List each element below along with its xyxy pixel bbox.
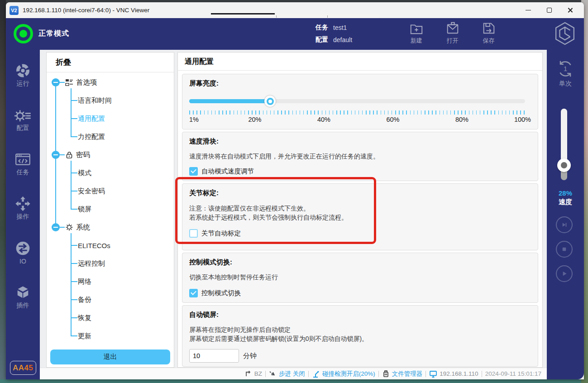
collapse-node-icon[interactable] <box>52 78 60 86</box>
joint-calibration-note2: 若系统处于远程模式，则关节会强制执行自动标定流程。 <box>189 213 531 222</box>
single-cycle-icon: 1 <box>555 59 575 79</box>
window-title: 192.168.1.110 (intel-corei7-64:0) - VNC … <box>23 7 149 14</box>
tree-item-restore[interactable]: 恢复 <box>47 309 174 327</box>
sidebar-label-operate: 操作 <box>17 213 29 221</box>
speed-percent-value: 28% <box>547 189 584 197</box>
save-button[interactable]: 保存 <box>477 21 501 45</box>
new-task-label: 新建 <box>411 37 422 45</box>
bz-icon <box>245 370 252 378</box>
tree-item-general-config[interactable]: 通用配置 <box>47 110 174 128</box>
sidebar-item-task[interactable]: 任务 <box>14 151 31 177</box>
tree-item-language-time[interactable]: 语言和时间 <box>47 91 174 110</box>
speed-slider-track <box>561 109 567 165</box>
mode-status-icon <box>14 24 33 43</box>
auto-lock-desc1: 屏幕将在指定时间无操作后自动锁定 <box>189 325 531 334</box>
general-config-panel: 通用配置 屏幕亮度: 1% 20% 40% 60% 80% 100% <box>177 52 543 368</box>
control-mode-checkbox-row[interactable]: 控制模式切换 <box>189 289 531 297</box>
vnc-toolbar-notch[interactable] <box>210 14 379 18</box>
speed-label: 速度 <box>547 198 584 206</box>
step-forward-button[interactable] <box>556 216 573 233</box>
robot-model-badge[interactable]: AA45 <box>10 361 36 375</box>
tree-item-network[interactable]: 网络 <box>47 273 174 291</box>
tree-item-lock-screen[interactable]: 锁屏 <box>47 200 174 218</box>
sidebar-label-plugin: 插件 <box>17 302 29 310</box>
joint-auto-calibration-checkbox-row[interactable]: 关节自动标定 <box>189 229 531 238</box>
bz-status[interactable]: BZ <box>245 370 262 378</box>
speed-slider-title: 速度滑块: <box>189 137 531 146</box>
speed-slider-desc: 速度滑块将在自动模式下启用，并允许更改正在运行的任务的速度。 <box>189 152 531 161</box>
config-row: 配置 default <box>316 34 352 46</box>
status-bar: BZ 步进 关闭 碰撞检测开启(20%) 文件管理器 <box>40 368 547 379</box>
tree-item-safety-password[interactable]: 安全密码 <box>47 182 174 200</box>
control-mode-checkbox[interactable] <box>189 289 198 297</box>
new-task-button[interactable]: 新建 <box>404 21 428 45</box>
open-task-button[interactable]: 打开 <box>440 21 464 45</box>
file-manager-icon <box>382 370 390 378</box>
tree-item-backup[interactable]: 备份 <box>47 291 174 309</box>
task-value: test1 <box>333 24 347 31</box>
joint-calibration-note1: 注意：该使能配置仅在非远程模式下生效。 <box>189 204 531 213</box>
play-button[interactable] <box>556 265 573 282</box>
joint-calibration-title: 关节标定: <box>189 189 531 197</box>
new-folder-icon <box>409 21 424 35</box>
stop-button[interactable] <box>556 241 573 258</box>
sidebar-item-config[interactable]: 配置 <box>14 107 31 132</box>
vnc-toolbar-handle <box>211 13 275 14</box>
single-run-button[interactable]: 1 单次 <box>547 59 584 88</box>
brightness-ticks <box>189 110 531 115</box>
joint-auto-calibration-checkbox[interactable] <box>189 229 198 238</box>
collapse-node-icon[interactable] <box>52 223 60 231</box>
lock-minutes-input[interactable] <box>189 349 239 363</box>
minimize-button[interactable] <box>518 2 539 18</box>
maximize-button[interactable] <box>539 2 559 18</box>
tree-item-force-config[interactable]: 力控配置 <box>47 128 174 146</box>
maximize-icon <box>547 8 552 13</box>
auto-mode-speed-checkbox-row[interactable]: 自动模式速度调节 <box>189 167 531 176</box>
system-gear-icon <box>65 223 73 231</box>
exit-button[interactable]: 退出 <box>50 349 170 364</box>
brightness-slider[interactable] <box>189 96 531 106</box>
tree-collapse-header[interactable]: 折叠 <box>47 53 174 72</box>
brightness-thumb[interactable] <box>264 96 276 107</box>
collision-detection-status[interactable]: 碰撞检测开启(20%) <box>312 370 375 378</box>
file-manager-button[interactable]: 文件管理器 <box>382 370 423 378</box>
collision-detection-icon <box>312 370 320 378</box>
desktop-edge-bottom <box>0 379 588 383</box>
play-icon <box>560 270 568 278</box>
close-icon <box>567 7 573 13</box>
vnc-viewer-window: V2 192.168.1.110 (intel-corei7-64:0) - V… <box>6 2 584 379</box>
auto-lock-title: 自动锁屏: <box>189 311 531 319</box>
sidebar-item-run[interactable]: 运行 <box>14 62 31 88</box>
collapse-node-icon[interactable] <box>52 151 60 159</box>
lock-icon <box>65 151 73 159</box>
tree-node-password[interactable]: 密码 <box>47 146 174 164</box>
control-mode-checkbox-label: 控制模式切换 <box>201 289 241 297</box>
brightness-track[interactable] <box>189 99 525 103</box>
sidebar-item-io[interactable]: IO <box>14 240 31 265</box>
network-status[interactable]: 192.168.1.110 <box>429 370 478 378</box>
tree-node-system[interactable]: 系统 <box>47 218 174 236</box>
speed-slider-thumb[interactable] <box>557 158 571 172</box>
tree-node-preferences[interactable]: 首选项 <box>47 73 174 91</box>
brightness-scale: 1% 20% 40% 60% 80% 100% <box>189 116 531 124</box>
app-header: 正常模式 任务 test1 配置 default 新建 <box>6 18 584 50</box>
close-button[interactable] <box>559 2 580 18</box>
network-monitor-icon <box>429 370 437 378</box>
speed-slider-vertical[interactable] <box>561 109 567 180</box>
run-icon <box>14 62 31 79</box>
open-icon <box>445 21 460 35</box>
tree-item-remote-control[interactable]: 远程控制 <box>47 254 174 273</box>
tree-item-elitecos[interactable]: ELITECOs <box>47 236 174 254</box>
tree-item-mode[interactable]: 模式 <box>47 164 174 182</box>
settings-tree-panel: 折叠 首选项 语言和时间 通用配置 力控配置 密码 <box>46 52 174 368</box>
step-mode-status[interactable]: 步进 关闭 <box>269 370 305 378</box>
sidebar-item-plugin[interactable]: 插件 <box>14 284 31 310</box>
single-run-label: 单次 <box>559 80 572 88</box>
save-label: 保存 <box>483 37 495 45</box>
control-mode-desc: 切换至本地控制时暂停任务运行 <box>189 273 531 282</box>
tree-label-system: 系统 <box>76 223 90 232</box>
sidebar-item-operate[interactable]: 操作 <box>14 196 31 221</box>
auto-mode-speed-checkbox[interactable] <box>189 167 198 176</box>
tree-item-update[interactable]: 更新 <box>47 327 174 345</box>
brightness-section: 屏幕亮度: 1% 20% 40% 60% 80% 100% <box>182 74 538 129</box>
